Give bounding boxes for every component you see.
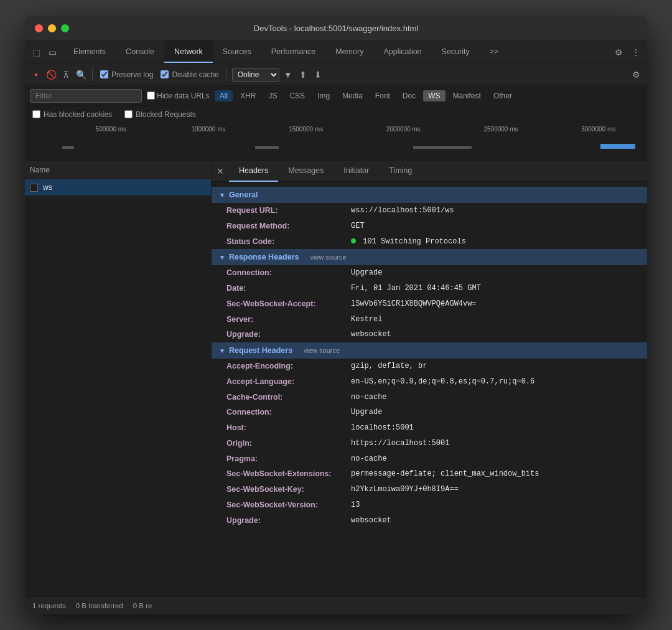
close-detail-button[interactable]: ✕ (212, 161, 229, 182)
settings-gear-icon[interactable]: ⚙ (630, 68, 642, 81)
filter-img[interactable]: Img (312, 90, 335, 101)
request-method-row: Request Method: GET (212, 219, 647, 234)
accept-encoding-value: gzip, deflate, br (351, 360, 427, 372)
hide-data-urls-checkbox[interactable]: Hide data URLs (144, 90, 212, 101)
close-button[interactable] (35, 24, 43, 32)
filter-css[interactable]: CSS (284, 90, 310, 101)
throttle-select[interactable]: Online Fast 3G Slow 3G Offline (232, 68, 279, 82)
response-headers-section-header[interactable]: ▼ Response Headers view source (212, 249, 647, 265)
detail-panel: ✕ Headers Messages Initiator Timing ▼ (212, 161, 647, 596)
request-headers-section-header[interactable]: ▼ Request Headers view source (212, 342, 647, 359)
title-bar: DevTools - localhost:5001/swagger/index.… (25, 16, 647, 41)
timeline-label-2: 1000000 ms (160, 126, 258, 133)
settings-icon[interactable]: ⚙ (612, 46, 625, 59)
device-icon[interactable]: ▭ (46, 46, 58, 59)
search-icon[interactable]: 🔍 (75, 68, 87, 81)
filter-ws[interactable]: WS (423, 90, 445, 101)
pragma-key: Pragma: (226, 453, 351, 465)
filter-all[interactable]: All (215, 90, 233, 101)
request-row-ws[interactable]: ws (25, 179, 211, 195)
tab-more[interactable]: >> (480, 41, 509, 63)
tab-performance[interactable]: Performance (261, 41, 326, 63)
upgrade-req-key: Upgrade: (226, 515, 351, 527)
origin-row: Origin: https://localhost:5001 (212, 436, 647, 451)
general-section-title: General (229, 190, 258, 199)
origin-value: https://localhost:5001 (351, 438, 449, 449)
status-code-key: Status Code: (226, 236, 351, 248)
filter-media[interactable]: Media (337, 90, 368, 101)
timeline-label-4: 2000000 ms (355, 126, 452, 133)
filter-checkboxes-bar: Has blocked cookies Blocked Requests (25, 106, 647, 123)
record-button[interactable]: ● (30, 68, 42, 81)
response-headers-title: Response Headers (229, 253, 299, 261)
tab-security[interactable]: Security (432, 41, 480, 63)
filter-doc[interactable]: Doc (398, 90, 421, 101)
accept-encoding-row: Accept-Encoding: gzip, deflate, br (212, 359, 647, 374)
upgrade-resp-value: websocket (351, 329, 391, 341)
requests-panel: Name ws (25, 161, 212, 596)
devtools-icons: ⬚ ▭ (25, 41, 63, 63)
separator (92, 68, 93, 81)
bottom-bar: 1 requests 0 B transferred 0 B re (25, 596, 647, 614)
toolbar-right: ⚙ (630, 68, 642, 81)
filter-bar: Hide data URLs All XHR JS CSS Img Media … (25, 86, 647, 106)
fullscreen-button[interactable] (61, 24, 69, 32)
sec-ws-accept-value: lSwVb6YSiCR1X8BQWVPQéAGW4vw= (351, 298, 477, 310)
detail-tab-messages[interactable]: Messages (278, 161, 334, 182)
timeline-label-1: 500000 ms (62, 126, 160, 133)
detail-content: ▼ General Request URL: wss://localhost:5… (212, 182, 647, 596)
sec-ws-ext-value: permessage-deflate; client_max_window_bi… (351, 468, 539, 480)
request-headers-view-source[interactable]: view source (304, 347, 340, 354)
connection-req-row: Connection: Upgrade (212, 405, 647, 420)
preserve-log-checkbox[interactable]: Preserve log (100, 70, 153, 79)
accept-language-key: Accept-Language: (226, 376, 351, 388)
tab-elements[interactable]: Elements (63, 41, 116, 63)
export-icon[interactable]: ⬇ (312, 68, 324, 81)
detail-tab-timing[interactable]: Timing (379, 161, 422, 182)
filter-other[interactable]: Other (488, 90, 517, 101)
blocked-requests-checkbox[interactable]: Blocked Requests (124, 110, 196, 119)
date-row: Date: Fri, 01 Jan 2021 04:46:45 GMT (212, 281, 647, 296)
connection-value: Upgrade (351, 267, 382, 279)
filter-xhr[interactable]: XHR (235, 90, 261, 101)
server-value: Kestrel (351, 314, 382, 326)
stop-button[interactable]: 🚫 (45, 68, 57, 81)
tab-memory[interactable]: Memory (325, 41, 373, 63)
minimize-button[interactable] (48, 24, 56, 32)
tab-network[interactable]: Network (164, 41, 213, 63)
connection-key: Connection: (226, 267, 351, 279)
has-blocked-cookies-checkbox[interactable]: Has blocked cookies (32, 110, 112, 119)
filter-icon[interactable]: ⊼ (60, 68, 72, 81)
tab-sources[interactable]: Sources (213, 41, 261, 63)
transferred-stat: 0 B transferred (76, 602, 123, 609)
sec-ws-ext-key: Sec-WebSocket-Extensions: (226, 468, 351, 480)
filter-js[interactable]: JS (263, 90, 282, 101)
timeline-bar-3 (413, 146, 472, 149)
import-icon[interactable]: ⬆ (297, 68, 309, 81)
requests-list: ws (25, 179, 211, 596)
request-headers-arrow-icon: ▼ (219, 347, 225, 354)
request-url-key: Request URL: (226, 205, 351, 217)
size-stat: 0 B re (133, 602, 152, 609)
more-icon[interactable]: ⋮ (630, 46, 642, 59)
disable-cache-checkbox[interactable]: Disable cache (161, 70, 218, 79)
filter-manifest[interactable]: Manifest (448, 90, 486, 101)
upgrade-resp-key: Upgrade: (226, 329, 351, 341)
detail-tab-headers[interactable]: Headers (229, 161, 278, 182)
detail-tab-initiator[interactable]: Initiator (334, 161, 379, 182)
timeline-area: 500000 ms 1000000 ms 1500000 ms 2000000 … (25, 123, 647, 161)
filter-input[interactable] (30, 89, 142, 103)
requests-count: 1 requests (32, 602, 66, 609)
status-code-row: Status Code: 101 Switching Protocols (212, 234, 647, 250)
response-headers-arrow-icon: ▼ (219, 254, 225, 261)
request-headers-title: Request Headers (229, 346, 292, 355)
cache-control-value: no-cache (351, 392, 387, 403)
tab-console[interactable]: Console (116, 41, 164, 63)
tabs-bar: ⬚ ▭ Elements Console Network Sources Per… (25, 41, 647, 63)
cursor-icon[interactable]: ⬚ (30, 46, 42, 59)
throttle-down-icon[interactable]: ▼ (282, 68, 294, 81)
general-section-header[interactable]: ▼ General (212, 187, 647, 203)
response-headers-view-source[interactable]: view source (310, 253, 346, 261)
filter-font[interactable]: Font (370, 90, 395, 101)
tab-application[interactable]: Application (373, 41, 431, 63)
